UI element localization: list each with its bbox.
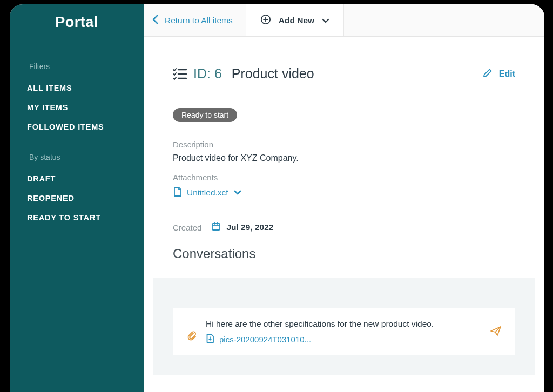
status-group: By status DRAFT REOPENED READY TO START — [10, 153, 144, 227]
filters-group: Filters ALL ITEMS MY ITEMS FOLLOWED ITEM… — [10, 62, 144, 137]
return-link-label: Return to All items — [165, 16, 233, 25]
message-attachment[interactable]: pics-20200924T031010... — [206, 333, 481, 345]
status-badge: Ready to start — [173, 108, 237, 122]
sidebar-item-all-items[interactable]: ALL ITEMS — [10, 78, 144, 98]
sidebar-item-followed-items[interactable]: FOLLOWED ITEMS — [10, 117, 144, 137]
return-link[interactable]: Return to All items — [144, 4, 246, 36]
add-new-button[interactable]: Add New — [246, 4, 344, 36]
plus-circle-icon — [260, 14, 271, 27]
message-body[interactable]: Hi here are the other specifications for… — [206, 319, 481, 345]
file-icon — [173, 186, 183, 199]
item-card: ID: 6 Product video Edit Ready to start … — [153, 48, 535, 375]
pencil-icon — [483, 68, 493, 80]
item-id: ID: 6 — [193, 66, 222, 82]
item-title: Product video — [232, 66, 314, 82]
calendar-icon — [211, 221, 221, 233]
description-text: Product video for XYZ Company. — [173, 153, 515, 163]
created-row: Created Jul 29, 2022 — [173, 221, 515, 233]
sidebar: Portal Filters ALL ITEMS MY ITEMS FOLLOW… — [10, 4, 144, 392]
status-heading: By status — [10, 153, 144, 161]
content: ID: 6 Product video Edit Ready to start … — [144, 37, 544, 392]
edit-button[interactable]: Edit — [483, 68, 515, 80]
attachment-item[interactable]: Untitled.xcf — [173, 186, 515, 199]
divider — [173, 100, 515, 100]
conversations-heading: Conversations — [173, 246, 515, 261]
divider — [173, 130, 515, 130]
card-title-area: ID: 6 Product video — [173, 66, 314, 82]
sidebar-item-reopened[interactable]: REOPENED — [10, 188, 144, 208]
message-file-name: pics-20200924T031010... — [219, 335, 311, 344]
description-label: Description — [173, 140, 515, 149]
topbar: Return to All items Add New — [144, 4, 544, 37]
paperclip-icon[interactable] — [186, 330, 197, 343]
chevron-down-icon — [234, 188, 241, 198]
attachment-name: Untitled.xcf — [187, 188, 228, 198]
created-date: Jul 29, 2022 — [226, 222, 273, 232]
add-new-label: Add New — [279, 16, 314, 25]
sidebar-item-my-items[interactable]: MY ITEMS — [10, 98, 144, 117]
chevron-left-icon — [152, 15, 158, 26]
checklist-icon — [173, 67, 187, 80]
filters-heading: Filters — [10, 62, 144, 71]
sidebar-item-draft[interactable]: DRAFT — [10, 169, 144, 188]
message-text: Hi here are the other specifications for… — [206, 319, 481, 329]
created-label: Created — [173, 223, 201, 232]
message-box: Hi here are the other specifications for… — [173, 308, 515, 355]
conversation-area: Hi here are the other specifications for… — [153, 278, 535, 375]
send-icon[interactable] — [490, 326, 502, 339]
portal-title: Portal — [10, 14, 144, 31]
app-window: Portal Filters ALL ITEMS MY ITEMS FOLLOW… — [10, 4, 544, 392]
chevron-down-icon — [322, 16, 329, 25]
main-area: Return to All items Add New — [144, 4, 544, 392]
divider — [173, 209, 515, 209]
attachments-label: Attachments — [173, 173, 515, 182]
sidebar-item-ready-to-start[interactable]: READY TO START — [10, 208, 144, 227]
edit-label: Edit — [499, 69, 515, 79]
card-header: ID: 6 Product video Edit — [173, 66, 515, 82]
file-download-icon — [206, 333, 215, 345]
svg-rect-4 — [212, 224, 220, 230]
